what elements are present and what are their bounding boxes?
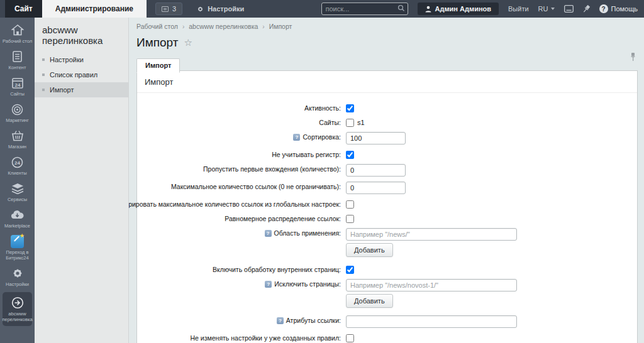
pin-icon[interactable] — [583, 4, 590, 13]
add-button[interactable]: Добавить — [346, 243, 393, 257]
checkbox[interactable] — [346, 104, 354, 112]
field-value — [346, 150, 354, 159]
breadcrumb-link[interactable]: Рабочий стол — [136, 23, 178, 30]
notifications-button[interactable]: 3 — [155, 3, 182, 15]
calendar-24-icon: 24 — [12, 76, 23, 90]
breadcrumb: Рабочий стол›abcwww перелинковка›Импорт — [136, 23, 638, 30]
module-menu-item[interactable]: Настройки — [35, 52, 128, 67]
gear-icon — [196, 5, 204, 13]
sidebar-item-target[interactable]: Маркетинг — [0, 100, 35, 126]
help-button[interactable]: ? Помощь — [599, 4, 638, 13]
field-label-text: Область применения: — [274, 229, 341, 237]
text-input[interactable] — [346, 315, 517, 328]
sidebar-item-label: Контент — [9, 65, 26, 70]
breadcrumb-link[interactable]: abcwww перелинковка — [189, 23, 258, 30]
module-menu-item[interactable]: Список правил — [35, 67, 128, 82]
field-label: Включить обработку внутренних страниц: — [137, 264, 346, 273]
field-label: Сайты: — [137, 117, 346, 126]
search-box — [321, 3, 408, 15]
search-input[interactable] — [321, 3, 408, 15]
sidebar-item-label: Сайты — [10, 91, 25, 97]
topbar-settings-button[interactable]: Настройки — [196, 5, 244, 13]
svg-text:24: 24 — [14, 160, 20, 165]
logout-link[interactable]: Выйти — [508, 5, 529, 13]
sidebar-item-label: Клиенты — [8, 170, 26, 176]
field-value — [346, 182, 406, 194]
field-label: ?Атрибуты ссылки: — [137, 315, 346, 324]
text-input[interactable] — [346, 164, 406, 177]
search-icon[interactable] — [397, 4, 405, 12]
hotkeys-icon[interactable] — [564, 5, 574, 13]
sidebar-item-document[interactable]: Контент — [0, 47, 35, 74]
field-value: Добавить — [346, 228, 517, 257]
sidebar-item-clients-24[interactable]: 24Клиенты — [0, 153, 35, 179]
text-input[interactable] — [346, 182, 406, 194]
sidebar-item-label: Рабочий стол — [3, 38, 32, 44]
tab-import[interactable]: Импорт — [136, 58, 180, 73]
checkbox[interactable] — [346, 119, 354, 127]
chevron-down-icon — [551, 8, 555, 10]
form-row: Сайты:s1 — [137, 117, 637, 127]
icon-sidebar: Рабочий столКонтент24СайтыМаркетингМагаз… — [0, 18, 35, 343]
svg-text:24: 24 — [14, 82, 20, 88]
sidebar-item-home[interactable]: Рабочий стол — [0, 21, 35, 47]
field-value — [346, 132, 406, 144]
checkbox[interactable] — [346, 215, 354, 223]
text-input[interactable] — [346, 228, 517, 241]
admin-tab[interactable]: Администрирование — [42, 0, 147, 18]
sidebar-item-cloud-download[interactable]: Marketplace — [0, 205, 35, 232]
help-icon[interactable]: ? — [293, 134, 300, 141]
help-icon[interactable]: ? — [265, 230, 272, 237]
module-menu-title: abcwww перелинковка — [35, 23, 128, 52]
sidebar-item-bitrix24[interactable]: ★Переход в Битрикс24 — [0, 232, 35, 264]
layers-icon — [11, 182, 24, 195]
target-icon — [11, 102, 23, 116]
field-label-text: Равномерное распределение ссылок: — [225, 215, 341, 222]
sidebar-item-arrow-circle[interactable]: abcwww перелинковка — [3, 292, 32, 326]
checkbox[interactable] — [346, 266, 354, 274]
sidebar-item-gear[interactable]: Настройки — [0, 264, 35, 290]
field-value — [346, 214, 354, 223]
sidebar-item-calendar-24[interactable]: 24Сайты — [0, 74, 35, 100]
form-row: Не учитывать регистр: — [137, 150, 637, 159]
add-button[interactable]: Добавить — [346, 294, 393, 308]
text-input[interactable] — [346, 279, 517, 291]
help-icon[interactable]: ? — [265, 281, 272, 288]
sidebar-item-basket[interactable]: Магазин — [0, 126, 35, 153]
sidebar-item-layers[interactable]: Сервисы — [0, 179, 35, 205]
clients-24-icon: 24 — [11, 155, 23, 169]
module-menu-item[interactable]: Импорт — [35, 82, 128, 97]
field-label-text: Максимальное количество ссылок (0 не огр… — [171, 183, 341, 190]
checkbox[interactable] — [346, 151, 354, 159]
breadcrumb-link: Импорт — [269, 23, 292, 30]
document-icon — [13, 50, 22, 63]
checkbox[interactable] — [346, 200, 354, 209]
field-label-text: Сортировка: — [303, 133, 341, 141]
text-input[interactable] — [346, 132, 406, 144]
panel-pin-icon[interactable] — [630, 52, 636, 62]
sidebar-item-label: Переход в Битрикс24 — [1, 249, 34, 261]
field-label: Пропустить первые вхождения (количество)… — [137, 164, 346, 173]
gear-icon — [11, 266, 24, 280]
field-value — [346, 264, 354, 274]
field-label: Активность: — [137, 103, 346, 112]
field-label: ?Исключить страницы: — [137, 279, 346, 288]
user-icon — [425, 6, 431, 13]
field-label-text: Пропустить первые вхождения (количество)… — [203, 165, 341, 173]
form-row: ?Область применения:Добавить — [137, 228, 637, 257]
sidebar-item-label: Магазин — [8, 144, 26, 150]
field-label-text: Включить обработку внутренних страниц: — [213, 266, 341, 273]
checkbox[interactable] — [346, 334, 354, 342]
import-form: Активность:Сайты:s1?Сортировка:Не учитыв… — [137, 93, 637, 343]
bitrix24-icon: ★ — [11, 234, 24, 248]
favorite-star-icon[interactable]: ☆ — [184, 37, 192, 48]
field-label-text: Исключить страницы: — [274, 280, 341, 288]
site-tab[interactable]: Сайт — [5, 0, 42, 18]
language-selector[interactable]: RU — [538, 5, 555, 13]
form-row: Не изменять настройки у уже созданных пр… — [137, 333, 637, 342]
form-row: ?Атрибуты ссылки: — [137, 315, 637, 328]
form-panel: Импорт Активность:Сайты:s1?Сортировка:Не… — [136, 70, 638, 343]
user-menu-button[interactable]: Админ Админов — [418, 3, 499, 15]
help-icon[interactable]: ? — [277, 317, 284, 324]
form-row: Активность: — [137, 103, 637, 112]
